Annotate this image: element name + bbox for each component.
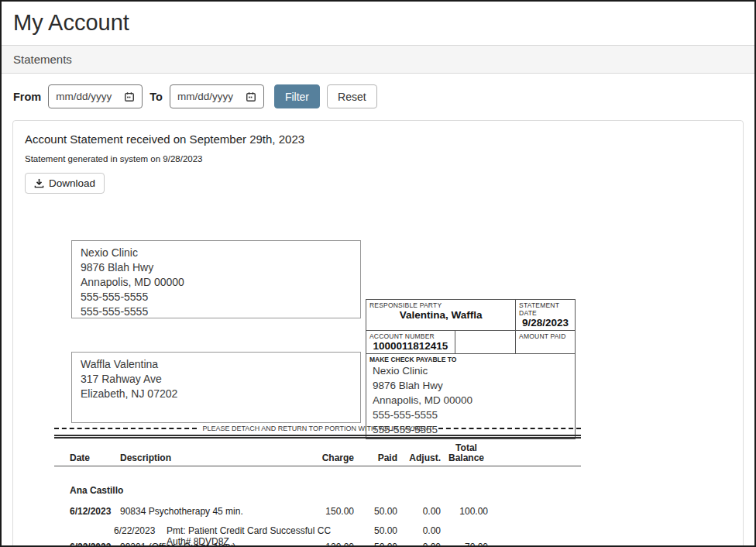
clinic-address-line: 9876 Blah Hwy — [81, 260, 352, 275]
row-description: 90834 Psychotherapy 45 min. — [120, 506, 287, 518]
row-charge: 150.00 — [287, 506, 354, 518]
detach-note: PLEASE DETACH AND RETURN TOP PORTION WIT… — [197, 425, 438, 432]
payable-address-line: Annapolis, MD 00000 — [373, 393, 572, 408]
header-date: Date — [70, 452, 120, 463]
header-charge: Charge — [287, 452, 354, 463]
patient-address-line: Waffla Valentina — [81, 357, 352, 372]
to-date-input[interactable] — [177, 91, 241, 102]
clinic-address-box: Nexio Clinic 9876 Blah Hwy Annapolis, MD… — [71, 240, 361, 318]
row-adjust: 0.00 — [397, 525, 441, 537]
statement-panel: Account Statement received on September … — [12, 120, 744, 547]
from-date-field[interactable] — [48, 84, 143, 108]
amount-paid-cell: AMOUNT PAID — [516, 331, 576, 354]
page-title: My Account — [2, 2, 754, 45]
account-number-cell: ACCOUNT NUMBER 1000011812415 — [366, 331, 455, 354]
amount-paid-label: AMOUNT PAID — [519, 332, 572, 340]
row-description: 99201 (Office / Out pt, New) — [120, 542, 287, 547]
statement-received-heading: Account Statement received on September … — [25, 132, 731, 146]
statement-document: Nexio Clinic 9876 Blah Hwy Annapolis, MD… — [25, 194, 731, 547]
responsible-party-label: RESPONSIBLE PARTY — [369, 301, 512, 309]
clinic-address-line: 555-555-5555 — [81, 304, 352, 319]
payable-address-line: Nexio Clinic — [373, 363, 572, 378]
row-date: 6/12/2023 — [70, 506, 120, 518]
header-description: Description — [120, 452, 287, 463]
from-label: From — [13, 91, 41, 103]
download-button[interactable]: Download — [25, 173, 105, 194]
account-number-value: 1000011812415 — [369, 340, 452, 352]
table-row: 6/22/2023 99201 (Office / Out pt, New) 1… — [54, 542, 581, 547]
patient-address-line: Elizabeth, NJ 07202 — [81, 387, 352, 401]
detach-divider: PLEASE DETACH AND RETURN TOP PORTION WIT… — [54, 425, 581, 432]
row-charge: 120.00 — [287, 542, 354, 547]
from-date-input[interactable] — [56, 91, 119, 102]
row-paid: 50.00 — [354, 542, 397, 547]
dashed-line — [54, 428, 197, 429]
row-description: Pmt: Patient Credit Card Successful CC A… — [167, 525, 354, 537]
statement-date-value: 9/28/2023 — [519, 317, 572, 329]
statement-date-cell: STATEMENT DATE 9/28/2023 — [516, 300, 576, 331]
row-date: 6/22/2023 — [70, 542, 120, 547]
calendar-icon[interactable] — [246, 91, 256, 102]
transactions-table: Date Description Charge Paid Adjust. Tot… — [54, 443, 581, 547]
row-balance: 70.00 — [441, 542, 492, 547]
statements-section-header: Statements — [2, 45, 754, 74]
responsible-party-value: Valentina, Waffla — [369, 309, 512, 321]
row-adjust: 0.00 — [397, 542, 441, 547]
payable-label: MAKE CHECK PAYABLE TO — [369, 356, 572, 363]
statements-section-label: Statements — [13, 53, 72, 66]
clinic-address-line: Annapolis, MD 00000 — [81, 275, 352, 290]
filter-button[interactable]: Filter — [274, 84, 320, 108]
row-balance: 100.00 — [441, 506, 492, 518]
calendar-icon[interactable] — [124, 91, 135, 102]
header-paid: Paid — [354, 452, 397, 463]
table-row: 6/22/2023 Pmt: Patient Credit Card Succe… — [54, 525, 581, 537]
download-icon — [34, 178, 44, 188]
row-paid: 50.00 — [354, 506, 397, 518]
row-adjust: 0.00 — [397, 506, 441, 518]
account-number-label: ACCOUNT NUMBER — [369, 332, 452, 340]
row-date: 6/22/2023 — [114, 525, 158, 537]
table-row: 6/12/2023 90834 Psychotherapy 45 min. 15… — [54, 506, 581, 518]
patient-address-line: 317 Rahway Ave — [81, 372, 352, 387]
clinic-address-line: Nexio Clinic — [81, 246, 352, 260]
payable-address-line: 555-555-5555 — [373, 408, 572, 422]
row-paid: 50.00 — [354, 525, 397, 537]
download-button-label: Download — [49, 177, 95, 189]
remit-empty-cell — [455, 331, 515, 354]
statement-date-label: STATEMENT DATE — [519, 301, 572, 317]
to-label: To — [149, 91, 163, 103]
date-filter-toolbar: From To Filter Reset — [2, 74, 754, 120]
dashed-line — [438, 428, 581, 429]
to-date-field[interactable] — [170, 84, 264, 108]
patient-group-name: Ana Castillo — [70, 485, 581, 497]
statement-generated-note: Statement generated in system on 9/28/20… — [25, 154, 731, 163]
reset-button[interactable]: Reset — [327, 84, 377, 108]
double-rule — [54, 435, 581, 439]
responsible-party-cell: RESPONSIBLE PARTY Valentina, Waffla — [366, 300, 516, 331]
header-adjust: Adjust. — [397, 452, 441, 463]
transactions-header-row: Date Description Charge Paid Adjust. Tot… — [54, 443, 581, 466]
patient-address-box: Waffla Valentina 317 Rahway Ave Elizabet… — [71, 352, 361, 423]
remit-info-table: RESPONSIBLE PARTY Valentina, Waffla STAT… — [366, 299, 576, 439]
payable-address-line: 9876 Blah Hwy — [373, 378, 572, 393]
header-total-balance: TotalBalance — [441, 443, 492, 463]
clinic-address-line: 555-555-5555 — [81, 290, 352, 304]
